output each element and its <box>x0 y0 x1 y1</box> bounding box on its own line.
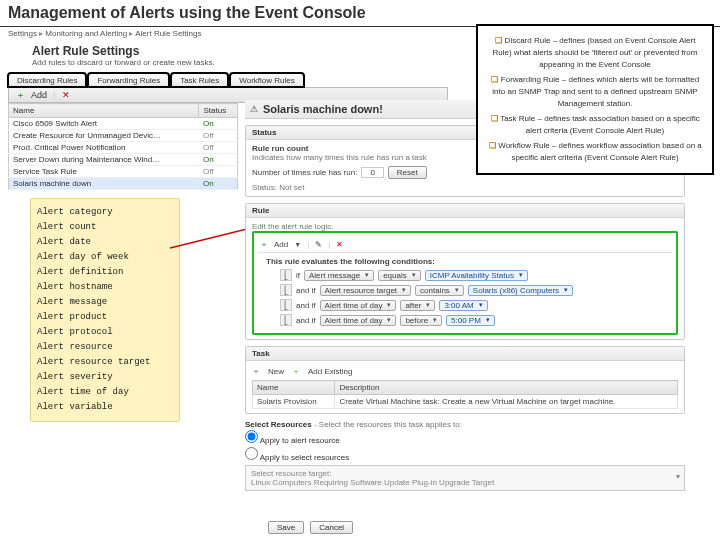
tab-workflow[interactable]: Workflow Rules <box>230 73 303 87</box>
page-title: Alert Rule Settings <box>32 44 448 58</box>
info-callout: ❑Discard Rule – defines (based on Event … <box>476 24 714 175</box>
alert-icon: ⚠ <box>249 104 259 114</box>
branch-icon: ⎣ <box>280 284 292 296</box>
table-row-selected[interactable]: Solaris machine downOn <box>9 178 238 190</box>
operator-dropdown[interactable]: contains <box>415 285 464 296</box>
col-name[interactable]: Name <box>9 104 199 118</box>
chevron-down-icon[interactable]: ▼ <box>294 241 301 248</box>
field-dropdown[interactable]: Alert message <box>304 270 374 281</box>
branch-icon: ⎣ <box>280 269 292 281</box>
delete-icon[interactable]: ✕ <box>61 90 71 100</box>
plus-icon: ＋ <box>252 366 260 377</box>
resource-target-value: Linux Computers Requiring Software Updat… <box>251 478 679 487</box>
table-row[interactable]: Prod. Critical Power NotificationOff <box>9 142 238 154</box>
rules-table: Name Status Cisco 6509 Switch AlertOn Cr… <box>8 103 238 190</box>
rule-edit-icon[interactable]: ✎ <box>315 240 322 249</box>
col-status[interactable]: Status <box>199 104 238 118</box>
condition-row[interactable]: ⎣ and if Alert time of day before 5:00 P… <box>280 314 672 326</box>
operator-dropdown[interactable]: equals <box>378 270 421 281</box>
field-dropdown[interactable]: Alert resource target <box>320 285 411 296</box>
value-dropdown[interactable]: 5:00 PM <box>446 315 495 326</box>
crumb-1[interactable]: Monitoring and Alerting <box>45 29 135 38</box>
value-dropdown[interactable]: Solaris (x86) Computers <box>468 285 573 296</box>
task-table: Name Description Solaris Provision Creat… <box>252 380 678 409</box>
value-dropdown[interactable]: ICMP Availability Status <box>425 270 528 281</box>
operator-dropdown[interactable]: after <box>400 300 435 311</box>
save-button[interactable]: Save <box>268 521 304 534</box>
selres-title: Select Resources <box>245 420 312 429</box>
rule-add-button[interactable]: Add <box>274 240 288 249</box>
task-col-name[interactable]: Name <box>253 381 335 395</box>
tab-strip: Discarding Rules Forwarding Rules Task R… <box>8 73 448 87</box>
rule-block-desc: Edit the alert rule logic. <box>252 222 678 231</box>
crumb-2[interactable]: Alert Rule Settings <box>135 29 201 38</box>
table-row[interactable]: Server Down during Maintenance Wind…On <box>9 154 238 166</box>
cancel-button[interactable]: Cancel <box>310 521 353 534</box>
condition-row[interactable]: ⎣ if Alert message equals ICMP Availabil… <box>280 269 672 281</box>
condition-row[interactable]: ⎣ and if Alert resource target contains … <box>280 284 672 296</box>
plus-icon: ＋ <box>292 366 300 377</box>
chevron-down-icon[interactable]: ▾ <box>676 472 680 481</box>
add-icon[interactable]: ＋ <box>15 90 25 100</box>
rule-builder: ＋ Add ▼ | ✎ | ✕ This rule evaluates the … <box>252 231 678 335</box>
status-text: Status: Not set <box>252 183 678 192</box>
table-row[interactable]: Create Resource for Unmanaged Devic…Off <box>9 130 238 142</box>
operator-dropdown[interactable]: before <box>400 315 442 326</box>
branch-icon: ⎣ <box>280 299 292 311</box>
condition-row[interactable]: ⎣ and if Alert time of day after 3:00 AM <box>280 299 672 311</box>
rule-block: Rule Edit the alert rule logic. ＋ Add ▼ … <box>245 203 685 340</box>
selres-subtitle: - Select the resources this task applies… <box>314 420 462 429</box>
new-task-button[interactable]: New <box>268 367 284 376</box>
tab-forwarding[interactable]: Forwarding Rules <box>88 73 169 87</box>
crumb-0[interactable]: Settings <box>8 29 45 38</box>
table-row[interactable]: Service Task RuleOff <box>9 166 238 178</box>
detail-title: Solaris machine down! <box>263 103 383 115</box>
resource-target-box[interactable]: Select resource target: Linux Computers … <box>245 465 685 491</box>
alert-categories-note: Alert categoryAlert countAlert date Aler… <box>30 198 180 422</box>
task-row[interactable]: Solaris Provision Create Virtual Machine… <box>253 395 678 409</box>
radio-alert-resource[interactable]: Apply to alert resource <box>245 429 685 446</box>
task-block: Task ＋ New ＋ Add Existing Name Descripti… <box>245 346 685 414</box>
rule-delete-icon[interactable]: ✕ <box>336 240 343 249</box>
radio-select-resources[interactable]: Apply to select resources <box>245 446 685 463</box>
resource-target-label: Select resource target: <box>251 469 679 478</box>
add-button[interactable]: Add <box>31 90 47 100</box>
select-resources: Select Resources - Select the resources … <box>245 420 685 491</box>
reset-button[interactable]: Reset <box>388 166 427 179</box>
rule-eval-text: This rule evaluates the following condit… <box>266 257 672 266</box>
field-dropdown[interactable]: Alert time of day <box>320 315 397 326</box>
task-col-desc[interactable]: Description <box>335 381 678 395</box>
rule-block-header: Rule <box>246 204 684 218</box>
rule-add-icon[interactable]: ＋ <box>260 239 268 250</box>
table-row[interactable]: Cisco 6509 Switch AlertOn <box>9 118 238 130</box>
value-dropdown[interactable]: 3:00 AM <box>439 300 487 311</box>
page-subtitle: Add rules to discard or forward or creat… <box>32 58 448 67</box>
run-count-text: Number of times rule has run: <box>252 168 357 177</box>
run-count-value: 0 <box>361 167 383 178</box>
branch-icon: ⎣ <box>280 314 292 326</box>
field-dropdown[interactable]: Alert time of day <box>320 300 397 311</box>
slide-title: Management of Alerts using the Event Con… <box>0 0 720 26</box>
task-block-header: Task <box>246 347 684 361</box>
add-existing-button[interactable]: Add Existing <box>308 367 352 376</box>
tab-discarding[interactable]: Discarding Rules <box>8 73 86 87</box>
tab-task[interactable]: Task Rules <box>171 73 228 87</box>
